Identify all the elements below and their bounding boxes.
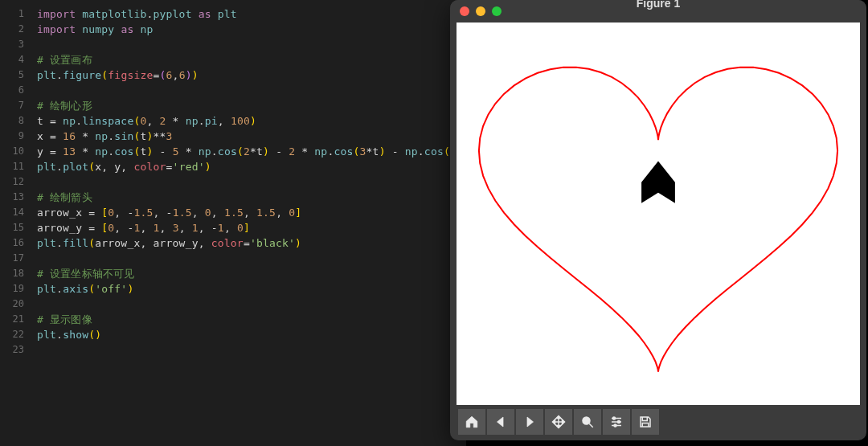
line-number: 16 xyxy=(0,235,37,251)
line-number: 13 xyxy=(0,190,37,205)
save-button[interactable] xyxy=(632,409,659,435)
arrow-fill xyxy=(641,161,675,203)
line-number: 14 xyxy=(0,205,37,220)
pan-button[interactable] xyxy=(545,409,572,435)
line-number: 3 xyxy=(0,37,37,52)
line-number: 7 xyxy=(0,98,37,113)
code-line[interactable]: 9x = 16 * np.sin(t)**3 xyxy=(0,129,466,144)
code-line[interactable]: 7# 绘制心形 xyxy=(0,98,466,113)
code-line[interactable]: 11plt.plot(x, y, color='red') xyxy=(0,159,466,174)
code-line[interactable]: 14arrow_x = [0, -1.5, -1.5, 0, 1.5, 1.5,… xyxy=(0,205,466,220)
configure-button[interactable] xyxy=(603,409,630,435)
svg-point-1 xyxy=(613,417,616,419)
back-button[interactable] xyxy=(487,409,514,435)
code-line[interactable]: 16plt.fill(arrow_x, arrow_y, color='blac… xyxy=(0,235,466,251)
line-number: 11 xyxy=(0,159,37,174)
code-line[interactable]: 22plt.show() xyxy=(0,327,466,342)
line-number: 15 xyxy=(0,220,37,235)
line-number: 8 xyxy=(0,113,37,129)
code-content: x = 16 * np.sin(t)**3 xyxy=(37,129,173,144)
svg-point-0 xyxy=(583,417,590,424)
line-number: 18 xyxy=(0,266,37,281)
code-line[interactable]: 17 xyxy=(0,251,466,266)
code-content: # 绘制心形 xyxy=(37,98,92,113)
code-content: t = np.linspace(0, 2 * np.pi, 100) xyxy=(37,113,256,129)
code-content: plt.plot(x, y, color='red') xyxy=(37,159,211,174)
code-line[interactable]: 1import matplotlib.pyplot as plt xyxy=(0,6,466,22)
svg-point-3 xyxy=(614,424,616,427)
code-line[interactable]: 15arrow_y = [0, -1, 1, 3, 1, -1, 0] xyxy=(0,220,466,235)
plot-svg xyxy=(457,23,860,405)
line-number: 1 xyxy=(0,6,37,22)
code-line[interactable]: 3 xyxy=(0,37,466,52)
code-line[interactable]: 13# 绘制箭头 xyxy=(0,190,466,205)
code-content: plt.fill(arrow_x, arrow_y, color='black'… xyxy=(37,235,301,251)
code-content: import matplotlib.pyplot as plt xyxy=(37,6,237,22)
code-editor[interactable]: 1import matplotlib.pyplot as plt2import … xyxy=(0,0,466,446)
code-line[interactable]: 12 xyxy=(0,174,466,190)
line-number: 2 xyxy=(0,22,37,37)
code-content: arrow_y = [0, -1, 1, 3, 1, -1, 0] xyxy=(37,220,250,235)
line-number: 12 xyxy=(0,174,37,190)
code-line[interactable]: 23 xyxy=(0,342,466,358)
window-titlebar[interactable]: Figure 1 xyxy=(450,0,866,23)
code-content: # 显示图像 xyxy=(37,312,92,327)
home-button[interactable] xyxy=(458,409,485,435)
figure-window: Figure 1 xyxy=(450,0,866,440)
code-line[interactable]: 8t = np.linspace(0, 2 * np.pi, 100) xyxy=(0,113,466,129)
code-content: plt.show() xyxy=(37,327,101,342)
line-number: 19 xyxy=(0,281,37,297)
line-number: 9 xyxy=(0,129,37,144)
code-line[interactable]: 18# 设置坐标轴不可见 xyxy=(0,266,466,281)
code-content: # 设置画布 xyxy=(37,52,92,68)
line-number: 22 xyxy=(0,327,37,342)
code-content: # 设置坐标轴不可见 xyxy=(37,266,135,281)
line-number: 5 xyxy=(0,68,37,83)
code-content: plt.figure(figsize=(6,6)) xyxy=(37,68,199,83)
code-line[interactable]: 20 xyxy=(0,297,466,312)
heart-line xyxy=(479,68,837,372)
line-number: 20 xyxy=(0,297,37,312)
code-content: plt.axis('off') xyxy=(37,281,133,297)
figure-toolbar xyxy=(457,408,860,436)
code-content: import numpy as np xyxy=(37,22,154,37)
line-number: 23 xyxy=(0,342,37,358)
code-line[interactable]: 4# 设置画布 xyxy=(0,52,466,68)
forward-button[interactable] xyxy=(516,409,543,435)
line-number: 6 xyxy=(0,83,37,98)
svg-point-2 xyxy=(618,421,620,423)
line-number: 17 xyxy=(0,251,37,266)
code-line[interactable]: 6 xyxy=(0,83,466,98)
code-line[interactable]: 10y = 13 * np.cos(t) - 5 * np.cos(2*t) -… xyxy=(0,144,466,159)
line-number: 10 xyxy=(0,144,37,159)
zoom-button[interactable] xyxy=(574,409,601,435)
code-line[interactable]: 2import numpy as np xyxy=(0,22,466,37)
line-number: 21 xyxy=(0,312,37,327)
plot-canvas[interactable] xyxy=(457,23,860,405)
code-content: arrow_x = [0, -1.5, -1.5, 0, 1.5, 1.5, 0… xyxy=(37,205,301,220)
code-line[interactable]: 21# 显示图像 xyxy=(0,312,466,327)
code-content: # 绘制箭头 xyxy=(37,190,92,205)
window-title: Figure 1 xyxy=(450,0,866,10)
line-number: 4 xyxy=(0,52,37,68)
code-line[interactable]: 19plt.axis('off') xyxy=(0,281,466,297)
code-line[interactable]: 5plt.figure(figsize=(6,6)) xyxy=(0,68,466,83)
code-content: y = 13 * np.cos(t) - 5 * np.cos(2*t) - 2… xyxy=(37,144,466,159)
